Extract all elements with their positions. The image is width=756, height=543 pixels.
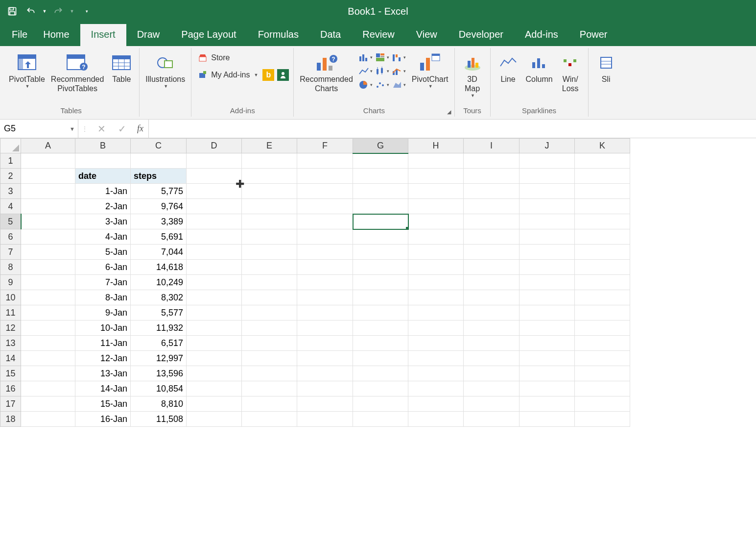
cell-E2[interactable] xyxy=(242,169,297,184)
tab-view[interactable]: View xyxy=(405,24,448,46)
cell-A16[interactable] xyxy=(21,381,75,396)
cell-F9[interactable] xyxy=(297,275,353,290)
cell-H11[interactable] xyxy=(408,305,464,321)
cell-E4[interactable] xyxy=(242,199,297,214)
cell-A7[interactable] xyxy=(21,245,75,260)
cell-I13[interactable] xyxy=(464,336,520,351)
cell-C14[interactable]: 12,997 xyxy=(131,351,187,366)
row-header-2[interactable]: 2 xyxy=(0,169,21,184)
cell-D12[interactable] xyxy=(187,321,242,336)
cell-E14[interactable] xyxy=(242,351,297,366)
row-header-15[interactable]: 15 xyxy=(0,366,21,381)
sparkline-winloss-button[interactable]: Win/ Loss xyxy=(556,51,585,94)
column-header-C[interactable]: C xyxy=(131,139,187,153)
cell-E5[interactable] xyxy=(242,214,297,229)
cell-K10[interactable] xyxy=(575,290,630,305)
row-header-11[interactable]: 11 xyxy=(0,305,21,321)
cell-A12[interactable] xyxy=(21,321,75,336)
cell-E12[interactable] xyxy=(242,321,297,336)
cell-E10[interactable] xyxy=(242,290,297,305)
cell-B11[interactable]: 9-Jan xyxy=(75,305,131,321)
cell-D9[interactable] xyxy=(187,275,242,290)
store-button[interactable]: Store xyxy=(194,51,233,65)
cell-C7[interactable]: 7,044 xyxy=(131,245,187,260)
cell-A1[interactable] xyxy=(21,153,75,169)
cell-D14[interactable] xyxy=(187,351,242,366)
tab-developer[interactable]: Developer xyxy=(448,24,514,46)
cell-I16[interactable] xyxy=(464,381,520,396)
cell-I15[interactable] xyxy=(464,366,520,381)
cell-J12[interactable] xyxy=(520,321,575,336)
cell-A5[interactable] xyxy=(21,214,75,229)
cell-B16[interactable]: 14-Jan xyxy=(75,381,131,396)
row-header-4[interactable]: 4 xyxy=(0,199,21,214)
cell-A8[interactable] xyxy=(21,260,75,275)
cell-I5[interactable] xyxy=(464,214,520,229)
cell-I18[interactable] xyxy=(464,412,520,427)
cell-H4[interactable] xyxy=(408,199,464,214)
pivotchart-button[interactable]: PivotChart ▼ xyxy=(409,51,451,90)
line-chart-button[interactable]: ▾ xyxy=(358,65,374,77)
cell-G1[interactable] xyxy=(353,153,408,169)
worksheet-grid[interactable]: ABCDEFGHIJK12datesteps31-Jan5,77542-Jan9… xyxy=(0,138,756,427)
cell-H17[interactable] xyxy=(408,396,464,412)
cell-K6[interactable] xyxy=(575,229,630,245)
cell-D4[interactable] xyxy=(187,199,242,214)
cell-J16[interactable] xyxy=(520,381,575,396)
cell-I6[interactable] xyxy=(464,229,520,245)
cell-H12[interactable] xyxy=(408,321,464,336)
select-all-corner[interactable] xyxy=(0,139,21,153)
cell-F3[interactable] xyxy=(297,184,353,199)
cell-K9[interactable] xyxy=(575,275,630,290)
cell-D10[interactable] xyxy=(187,290,242,305)
cell-B1[interactable] xyxy=(75,153,131,169)
row-header-12[interactable]: 12 xyxy=(0,321,21,336)
row-header-17[interactable]: 17 xyxy=(0,396,21,412)
pie-chart-button[interactable]: ▾ xyxy=(358,78,374,91)
cell-J6[interactable] xyxy=(520,229,575,245)
cell-B14[interactable]: 12-Jan xyxy=(75,351,131,366)
cell-A18[interactable] xyxy=(21,412,75,427)
row-header-7[interactable]: 7 xyxy=(0,245,21,260)
cell-B15[interactable]: 13-Jan xyxy=(75,366,131,381)
cell-C4[interactable]: 9,764 xyxy=(131,199,187,214)
undo-dropdown[interactable]: ▼ xyxy=(41,9,48,14)
column-header-B[interactable]: B xyxy=(75,139,131,153)
cell-F18[interactable] xyxy=(297,412,353,427)
cell-E13[interactable] xyxy=(242,336,297,351)
statistic-chart-button[interactable]: ▾ xyxy=(375,65,390,77)
cell-F13[interactable] xyxy=(297,336,353,351)
cell-G5[interactable] xyxy=(353,214,408,229)
cell-J13[interactable] xyxy=(520,336,575,351)
cell-D8[interactable] xyxy=(187,260,242,275)
waterfall-chart-button[interactable]: ▾ xyxy=(391,51,407,64)
cell-E3[interactable] xyxy=(242,184,297,199)
row-header-1[interactable]: 1 xyxy=(0,153,21,169)
column-header-E[interactable]: E xyxy=(242,139,297,153)
cell-K13[interactable] xyxy=(575,336,630,351)
cell-G18[interactable] xyxy=(353,412,408,427)
cell-C8[interactable]: 14,618 xyxy=(131,260,187,275)
cell-A15[interactable] xyxy=(21,366,75,381)
cell-D3[interactable] xyxy=(187,184,242,199)
cell-B2[interactable]: date xyxy=(75,169,131,184)
tab-power[interactable]: Power xyxy=(569,24,618,46)
hierarchy-chart-button[interactable]: ▾ xyxy=(375,51,390,64)
cell-C10[interactable]: 8,302 xyxy=(131,290,187,305)
cell-B12[interactable]: 10-Jan xyxy=(75,321,131,336)
row-header-16[interactable]: 16 xyxy=(0,381,21,396)
formula-input[interactable] xyxy=(148,120,756,138)
scatter-chart-button[interactable]: ▾ xyxy=(375,78,390,91)
cell-G9[interactable] xyxy=(353,275,408,290)
cell-F15[interactable] xyxy=(297,366,353,381)
cell-J1[interactable] xyxy=(520,153,575,169)
cell-H5[interactable] xyxy=(408,214,464,229)
row-header-8[interactable]: 8 xyxy=(0,260,21,275)
cell-K12[interactable] xyxy=(575,321,630,336)
cell-K11[interactable] xyxy=(575,305,630,321)
cell-K18[interactable] xyxy=(575,412,630,427)
pivottable-button[interactable]: PivotTable ▼ xyxy=(6,51,48,90)
cell-G13[interactable] xyxy=(353,336,408,351)
cell-A6[interactable] xyxy=(21,229,75,245)
cell-A2[interactable] xyxy=(21,169,75,184)
